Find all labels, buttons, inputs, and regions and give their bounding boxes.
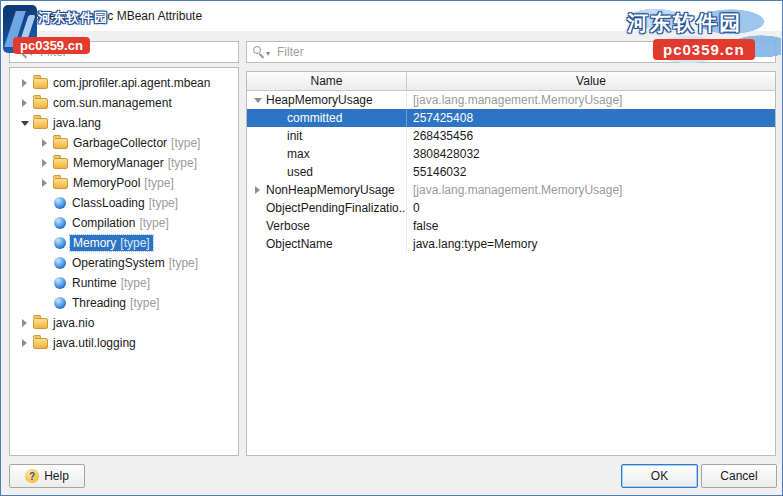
- cancel-button[interactable]: Cancel: [701, 464, 777, 488]
- tree-item[interactable]: Threading [type]: [10, 293, 238, 313]
- ok-button[interactable]: OK: [621, 464, 698, 488]
- attribute-value: 0: [407, 199, 775, 217]
- tree-item-type-suffix: [type]: [120, 236, 149, 250]
- tree-item-label: java.lang: [53, 116, 101, 130]
- chevron-right-icon[interactable]: [251, 184, 264, 197]
- tree-item[interactable]: java.util.logging: [10, 333, 238, 353]
- watermark-site-url: pc0359.cn: [13, 37, 90, 54]
- attribute-value: 257425408: [407, 109, 775, 127]
- tree-item-type-suffix: [type]: [121, 276, 150, 290]
- tree-item[interactable]: com.jprofiler.api.agent.mbean: [10, 73, 238, 93]
- expander-spacer: [38, 197, 51, 210]
- attribute-name: Verbose: [266, 219, 310, 233]
- watermark-site-name: 河东软件园: [38, 9, 108, 27]
- table-row[interactable]: used 55146032: [247, 163, 775, 181]
- tree-item[interactable]: Compilation [type]: [10, 213, 238, 233]
- attribute-name: init: [287, 129, 302, 143]
- tree-item[interactable]: java.lang: [10, 113, 238, 133]
- table-row[interactable]: init 268435456: [247, 127, 775, 145]
- tree-item[interactable]: MemoryManager [type]: [10, 153, 238, 173]
- tree-item[interactable]: MemoryPool [type]: [10, 173, 238, 193]
- folder-icon: [33, 338, 48, 349]
- tree-item-label: Threading: [72, 296, 126, 310]
- tree-item-label: java.nio: [53, 316, 94, 330]
- attribute-value: 3808428032: [407, 145, 775, 163]
- mbean-icon: [54, 297, 66, 309]
- attribute-table: Name Value HeapMemoryUsage [java.lang.ma…: [246, 71, 776, 456]
- table-row[interactable]: ObjectPendingFinalizatio... 0: [247, 199, 775, 217]
- folder-icon: [53, 138, 68, 149]
- watermark-top-left: 河东软件园 pc0359.cn: [1, 3, 101, 63]
- help-button[interactable]: ? Help: [9, 464, 85, 488]
- expander-spacer: [38, 237, 51, 250]
- tree-item-type-suffix: [type]: [144, 176, 173, 190]
- tree-item[interactable]: com.sun.management: [10, 93, 238, 113]
- expander-spacer: [251, 220, 264, 233]
- tree-item-label: OperatingSystem: [72, 256, 165, 270]
- tree-item-label: com.jprofiler.api.agent.mbean: [53, 76, 210, 90]
- chevron-right-icon[interactable]: [38, 137, 51, 150]
- tree-item-type-suffix: [type]: [149, 196, 178, 210]
- attribute-name: max: [287, 147, 310, 161]
- table-row[interactable]: ObjectName java.lang:type=Memory: [247, 235, 775, 253]
- tree-item-label: java.util.logging: [53, 336, 136, 350]
- folder-icon: [33, 118, 48, 129]
- tree-item-label: MemoryPool: [73, 176, 140, 190]
- chevron-down-icon[interactable]: [251, 94, 264, 107]
- folder-icon: [33, 98, 48, 109]
- folder-icon: [33, 78, 48, 89]
- table-header: Name Value: [247, 72, 775, 91]
- column-header-name[interactable]: Name: [247, 72, 407, 90]
- expander-spacer: [38, 297, 51, 310]
- help-icon: ?: [25, 469, 39, 483]
- folder-icon: [53, 178, 68, 189]
- chevron-right-icon[interactable]: [38, 157, 51, 170]
- attribute-value: [java.lang.management.MemoryUsage]: [407, 181, 775, 199]
- select-numeric-mbean-attribute-dialog: Select Numeric MBean Attribute ▾ com.jpr…: [0, 0, 783, 496]
- chevron-right-icon[interactable]: [38, 177, 51, 190]
- tree-item-label: Compilation: [72, 216, 135, 230]
- tree-item-label: Runtime: [72, 276, 117, 290]
- folder-icon: [53, 158, 68, 169]
- chevron-right-icon[interactable]: [18, 97, 31, 110]
- table-row[interactable]: max 3808428032: [247, 145, 775, 163]
- mbean-icon: [54, 197, 66, 209]
- tree-item-type-suffix: [type]: [139, 216, 168, 230]
- tree-item[interactable]: ClassLoading [type]: [10, 193, 238, 213]
- chevron-right-icon[interactable]: [18, 337, 31, 350]
- table-row[interactable]: Verbose false: [247, 217, 775, 235]
- chevron-right-icon[interactable]: [18, 317, 31, 330]
- chevron-down-icon[interactable]: [18, 117, 31, 130]
- attribute-name: ObjectPendingFinalizatio...: [266, 201, 407, 215]
- table-row[interactable]: HeapMemoryUsage [java.lang.management.Me…: [247, 91, 775, 109]
- expander-spacer: [38, 277, 51, 290]
- expander-spacer: [251, 238, 264, 251]
- tree-item[interactable]: GarbageCollector [type]: [10, 133, 238, 153]
- mbean-icon: [54, 237, 66, 249]
- table-row-selected[interactable]: committed 257425408: [247, 109, 775, 127]
- attribute-name: used: [287, 165, 313, 179]
- tree-item-label: MemoryManager: [73, 156, 164, 170]
- mbean-icon: [54, 257, 66, 269]
- tree-item-label: Memory: [73, 236, 116, 250]
- tree-item[interactable]: java.nio: [10, 313, 238, 333]
- tree-item[interactable]: Runtime [type]: [10, 273, 238, 293]
- mbean-icon: [54, 217, 66, 229]
- chevron-down-icon[interactable]: ▾: [266, 49, 270, 58]
- table-row[interactable]: NonHeapMemoryUsage [java.lang.management…: [247, 181, 775, 199]
- chevron-right-icon[interactable]: [18, 77, 31, 90]
- watermark-top-right: 河东软件园 pc0359.cn: [613, 3, 781, 65]
- help-button-label: Help: [44, 469, 69, 483]
- watermark-site-url: pc0359.cn: [653, 39, 755, 60]
- attribute-name: HeapMemoryUsage: [266, 93, 373, 107]
- attribute-value: false: [407, 217, 775, 235]
- tree-item-selected[interactable]: Memory [type]: [10, 233, 238, 253]
- folder-icon: [33, 318, 48, 329]
- expander-spacer: [251, 202, 264, 215]
- attribute-name: NonHeapMemoryUsage: [266, 183, 395, 197]
- column-header-value[interactable]: Value: [407, 72, 775, 90]
- tree-item[interactable]: OperatingSystem [type]: [10, 253, 238, 273]
- selection-highlight: Memory [type]: [70, 235, 153, 251]
- tree-item-type-suffix: [type]: [168, 156, 197, 170]
- expander-spacer: [38, 217, 51, 230]
